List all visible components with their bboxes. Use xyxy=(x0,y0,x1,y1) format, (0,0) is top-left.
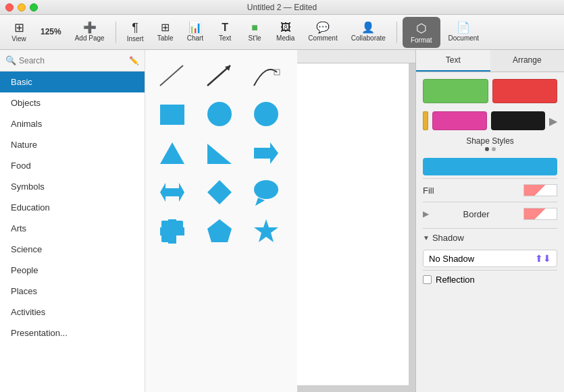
more-colors-arrow[interactable]: ▶ xyxy=(549,115,557,128)
main-area: 5 4 xyxy=(0,50,564,392)
table-button[interactable]: ⊞ Table xyxy=(152,20,179,45)
search-bar: 🔍 ✏️ xyxy=(0,50,145,72)
chart-icon: 📊 xyxy=(188,22,202,33)
fill-color-button[interactable] xyxy=(423,158,557,175)
maximize-button[interactable] xyxy=(30,3,38,11)
swatch-green[interactable] xyxy=(423,79,488,103)
category-item-places[interactable]: Places xyxy=(0,281,145,302)
category-item-science[interactable]: Science xyxy=(0,239,145,260)
dot-2 xyxy=(492,147,496,151)
svg-point-5 xyxy=(207,102,232,126)
category-item-objects[interactable]: Objects xyxy=(0,92,145,113)
swatch-pink[interactable] xyxy=(432,111,487,130)
media-icon: 🖼 xyxy=(280,22,291,33)
shape-arrow-line[interactable] xyxy=(201,58,238,92)
category-list: 🔍 ✏️ BasicObjectsAnimalsNatureFoodSymbol… xyxy=(0,50,145,392)
shadow-option-text: No Shadow xyxy=(429,254,474,264)
category-item-basic[interactable]: Basic xyxy=(0,72,145,92)
shape-circle[interactable] xyxy=(247,97,285,131)
toolbar: ⊞ View 125% ➕ Add Page ¶ Insert ⊞ Table … xyxy=(0,15,564,50)
swatch-yellow[interactable] xyxy=(423,111,428,130)
minimize-button[interactable] xyxy=(18,3,26,11)
category-item-animals[interactable]: Animals xyxy=(0,113,145,134)
shape-panel: 🔍 ✏️ BasicObjectsAnimalsNatureFoodSymbol… xyxy=(0,50,297,392)
shape-speech-bubble[interactable] xyxy=(247,175,285,209)
shape-diagonal-line[interactable] xyxy=(153,58,191,92)
view-button[interactable]: ⊞ View xyxy=(5,19,32,45)
collaborate-icon: 👤 xyxy=(361,22,375,33)
document-button[interactable]: 📄 Document xyxy=(443,20,485,45)
shadow-dropdown[interactable]: No Shadow ⬆⬇ xyxy=(423,250,557,267)
fill-preview xyxy=(523,184,557,196)
dot-1 xyxy=(485,147,489,151)
reflection-row: Reflection xyxy=(423,270,557,289)
category-item-activities[interactable]: Activities xyxy=(0,302,145,323)
shadow-expand-icon: ▼ xyxy=(423,234,430,242)
shape-triangle[interactable] xyxy=(153,136,191,170)
view-icon: ⊞ xyxy=(14,22,24,34)
shape-styles-label: Shape Styles xyxy=(466,136,514,146)
media-button[interactable]: 🖼 Media xyxy=(271,20,300,45)
category-item-food[interactable]: Food xyxy=(0,155,145,176)
category-item-presentation[interactable]: Presentation... xyxy=(0,323,145,343)
category-item-arts[interactable]: Arts xyxy=(0,218,145,239)
search-icon: 🔍 xyxy=(5,55,16,65)
category-item-education[interactable]: Education xyxy=(0,197,145,218)
border-value xyxy=(523,208,557,220)
category-item-symbols[interactable]: Symbols xyxy=(0,176,145,197)
traffic-lights xyxy=(5,3,38,11)
tab-arrange[interactable]: Arrange xyxy=(490,50,565,72)
insert-button[interactable]: ¶ Insert xyxy=(122,19,149,45)
shape-star[interactable] xyxy=(247,215,285,248)
swatch-black[interactable] xyxy=(491,111,546,130)
shape-styles-section: Shape Styles xyxy=(423,136,557,146)
shape-curved-line[interactable] xyxy=(247,58,285,92)
svg-point-12 xyxy=(254,180,278,199)
color-swatches xyxy=(423,79,557,103)
shape-arrow-right[interactable] xyxy=(247,136,285,170)
shape-square[interactable] xyxy=(153,97,191,131)
title-bar: Untitled 2 — Edited xyxy=(0,0,564,15)
format-button[interactable]: ⬡ Format xyxy=(403,17,440,48)
shape-pentagon[interactable] xyxy=(201,215,238,248)
insert-icon: ¶ xyxy=(132,22,138,34)
search-input[interactable] xyxy=(19,56,126,65)
add-page-icon: ➕ xyxy=(83,22,97,33)
chart-button[interactable]: 📊 Chart xyxy=(182,20,209,45)
fill-section[interactable]: Fill xyxy=(423,178,557,202)
shadow-label: Shadow xyxy=(432,233,464,243)
comment-icon: 💬 xyxy=(316,22,330,33)
toolbar-separator-1 xyxy=(116,22,116,43)
comment-button[interactable]: 💬 Comment xyxy=(303,20,342,45)
border-section[interactable]: ▶ Border xyxy=(423,202,557,225)
document-icon: 📄 xyxy=(457,22,470,33)
category-items-container: BasicObjectsAnimalsNatureFoodSymbolsEduc… xyxy=(0,72,145,343)
category-item-people[interactable]: People xyxy=(0,260,145,281)
svg-marker-11 xyxy=(207,180,232,204)
style-button[interactable]: ■ St'le xyxy=(241,20,268,45)
svg-marker-10 xyxy=(160,183,184,202)
shape-diamond[interactable] xyxy=(201,175,238,209)
category-item-nature[interactable]: Nature xyxy=(0,134,145,155)
reflection-checkbox[interactable] xyxy=(423,275,432,284)
canvas-area[interactable]: 5 4 xyxy=(0,50,415,392)
format-icon: ⬡ xyxy=(416,21,427,36)
tab-text[interactable]: Text xyxy=(416,50,490,72)
shape-circle-large[interactable] xyxy=(201,97,238,131)
shape-double-arrow[interactable] xyxy=(153,175,191,209)
shape-cross[interactable] xyxy=(153,215,191,248)
shadow-dropdown-arrow: ⬆⬇ xyxy=(535,253,551,264)
shadow-section: ▼ Shadow No Shadow ⬆⬇ xyxy=(423,228,557,267)
zoom-button[interactable]: 125% xyxy=(35,24,67,40)
fill-label: Fill xyxy=(423,186,434,196)
svg-marker-18 xyxy=(207,219,232,242)
add-page-button[interactable]: ➕ Add Page xyxy=(70,20,110,45)
svg-marker-7 xyxy=(160,142,184,164)
collaborate-button[interactable]: 👤 Collaborate xyxy=(346,20,391,45)
close-button[interactable] xyxy=(5,3,14,11)
swatch-red[interactable] xyxy=(492,79,558,103)
text-button[interactable]: T Text xyxy=(211,20,238,45)
svg-marker-8 xyxy=(207,144,232,164)
shadow-header[interactable]: ▼ Shadow xyxy=(423,228,557,247)
shape-right-triangle[interactable] xyxy=(201,136,238,170)
